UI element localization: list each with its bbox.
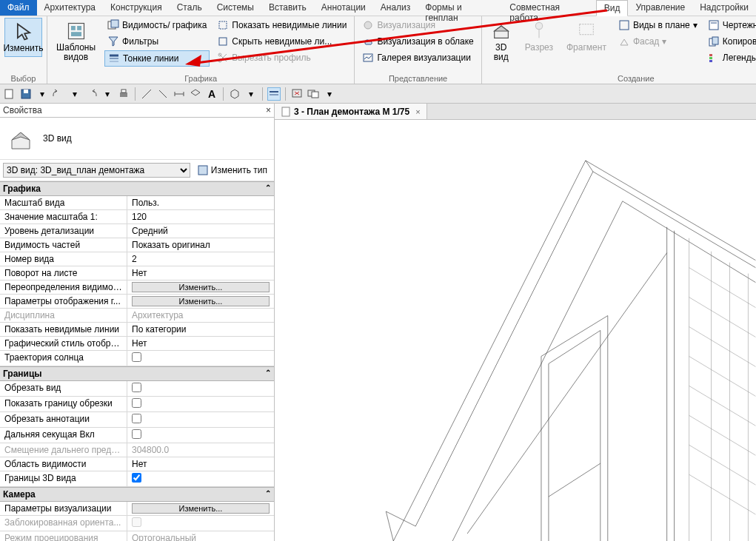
edit-type-button[interactable]: Изменить тип xyxy=(193,162,271,178)
qat-print[interactable] xyxy=(117,87,130,101)
p-cropvis-l: Показать границу обрезки xyxy=(0,397,127,411)
visibility-graphics-button[interactable]: Видимость/ графика xyxy=(104,18,210,33)
house-icon xyxy=(6,124,36,153)
create-group-title: Создание xyxy=(486,73,756,84)
vis-icon xyxy=(107,19,119,31)
qat-close[interactable] xyxy=(290,87,304,101)
menu-analyze[interactable]: Анализ xyxy=(373,0,418,16)
menu-insert[interactable]: Вставить xyxy=(261,0,314,16)
menu-file[interactable]: Файл xyxy=(0,0,37,16)
p-anncrop-cb[interactable] xyxy=(132,414,141,423)
tab-close[interactable]: × xyxy=(415,107,420,116)
svg-line-49 xyxy=(689,298,756,337)
collapse-icon: ⌃ xyxy=(265,369,271,379)
p-scale-v[interactable]: Польз. xyxy=(127,196,274,209)
elevation-button[interactable]: Фасад ▾ xyxy=(615,34,700,49)
render-icon xyxy=(362,19,374,31)
qat-dim[interactable] xyxy=(173,87,186,101)
section-graphics[interactable]: Графика⌃ xyxy=(0,181,274,196)
qat-redo[interactable] xyxy=(84,87,98,101)
menu-systems[interactable]: Системы xyxy=(210,0,261,16)
show-hidden-lines-button[interactable]: Показать невидимые линии xyxy=(214,18,349,33)
qat-save[interactable] xyxy=(19,87,33,101)
filters-button[interactable]: Фильтры xyxy=(104,34,210,49)
p-farclip-cb[interactable] xyxy=(132,429,141,439)
p-parts-v[interactable]: Показать оригинал xyxy=(127,238,274,252)
p-cropvis-cb[interactable] xyxy=(132,398,141,408)
menu-collab[interactable]: Совместная работа xyxy=(502,0,595,16)
p-visover-btn[interactable]: Изменить... xyxy=(132,282,270,292)
section-extents[interactable]: Границы⌃ xyxy=(0,366,274,381)
menu-arch[interactable]: Архитектура xyxy=(37,0,104,16)
qat-save-dd[interactable]: ▾ xyxy=(36,87,49,101)
drafting-view-button[interactable]: Чертежный ви xyxy=(705,18,756,33)
elev-icon xyxy=(618,36,630,47)
section-camera[interactable]: Камера⌃ xyxy=(0,487,274,502)
section-button[interactable]: Разрез xyxy=(521,18,558,56)
p-gstyle-v[interactable]: Нет xyxy=(127,337,274,350)
menu-struct[interactable]: Конструкция xyxy=(103,0,170,16)
p-scope-v[interactable]: Нет xyxy=(127,457,274,471)
svg-rect-22 xyxy=(712,37,718,44)
qat-undo-dd[interactable]: ▾ xyxy=(68,87,81,101)
menu-annot[interactable]: Аннотации xyxy=(314,0,373,16)
qat-switch[interactable] xyxy=(307,87,320,101)
qat-undo[interactable] xyxy=(52,87,65,101)
menu-addins[interactable]: Надстройки xyxy=(692,0,756,16)
qat-thin-lines[interactable] xyxy=(267,87,281,101)
menu-manage[interactable]: Управление xyxy=(628,0,692,16)
plan-views-button[interactable]: Виды в плане ▾ xyxy=(615,18,700,33)
qat-tag[interactable] xyxy=(189,87,202,101)
p-scaleval-v[interactable]: 120 xyxy=(127,210,274,224)
p-rotation-v[interactable]: Нет xyxy=(127,266,274,280)
properties-close[interactable]: × xyxy=(266,105,271,115)
legends-button[interactable]: Легенды ▾ xyxy=(705,50,756,65)
qat-new[interactable] xyxy=(3,87,16,101)
cut-profile-button[interactable]: Вырезать профиль xyxy=(214,50,349,65)
qat-3d-dd[interactable]: ▾ xyxy=(244,87,258,101)
render-gallery-button[interactable]: Галерея визуализации xyxy=(359,50,476,65)
render-button[interactable]: Визуализация xyxy=(359,18,476,33)
tag-icon xyxy=(190,88,201,100)
properties-title: Свойства xyxy=(3,105,42,115)
p-detail-v[interactable]: Средний xyxy=(127,224,274,238)
qat-3d[interactable] xyxy=(228,87,241,101)
3d-view-button[interactable]: 3D вид xyxy=(486,18,516,65)
instance-selector[interactable]: 3D вид: 3D_вид_план демонтажа xyxy=(3,163,190,178)
type-selector[interactable]: 3D вид xyxy=(0,118,274,160)
p-bounds3d-cb[interactable] xyxy=(132,473,141,483)
duplicate-view-button[interactable]: Копировать ви xyxy=(705,34,756,49)
p-viewno-v[interactable]: 2 xyxy=(127,252,274,266)
menu-view[interactable]: Вид xyxy=(596,0,629,16)
render-cloud-button[interactable]: Визуализация в облаке xyxy=(359,34,476,49)
cube-small-icon xyxy=(229,88,241,100)
svg-point-15 xyxy=(535,22,542,29)
thin-lines-button[interactable]: Тонкие линии xyxy=(104,50,210,67)
drawing-canvas[interactable] xyxy=(275,120,756,541)
view-tab[interactable]: 3 - План демонтажа М 1/75 × xyxy=(275,104,427,119)
qat-switch-dd[interactable]: ▾ xyxy=(323,87,336,101)
qat-align[interactable] xyxy=(156,87,170,101)
p-gdisp-btn[interactable]: Изменить... xyxy=(132,296,270,306)
qat-redo-dd[interactable]: ▾ xyxy=(101,87,114,101)
p-render-btn[interactable]: Изменить... xyxy=(132,503,270,514)
p-showhidden-v[interactable]: По категории xyxy=(127,323,274,336)
templates-label: Шаблоны видов xyxy=(56,43,96,62)
qat-text[interactable]: A xyxy=(205,87,218,101)
draft-icon xyxy=(708,19,720,31)
callout-label: Фрагмент xyxy=(566,43,606,53)
p-crop-cb[interactable] xyxy=(132,383,141,392)
remove-hidden-lines-button[interactable]: Скрыть невидимые ли... xyxy=(214,34,349,49)
collapse-icon: ⌃ xyxy=(265,489,271,500)
menu-massing[interactable]: Формы и генплан xyxy=(418,0,502,16)
filter-icon xyxy=(107,36,119,47)
qat-measure[interactable] xyxy=(140,87,153,101)
type-name: 3D вид xyxy=(43,133,72,144)
menu-steel[interactable]: Сталь xyxy=(170,0,210,16)
svg-rect-18 xyxy=(620,21,629,30)
p-sunpath-cb[interactable] xyxy=(132,352,141,362)
view-templates-button[interactable]: Шаблоны видов xyxy=(52,18,100,65)
callout-button[interactable]: Фрагмент xyxy=(562,18,611,56)
p-faroff-l: Смещение дальнего преде... xyxy=(0,443,127,457)
modify-button[interactable]: Изменить xyxy=(4,18,42,57)
